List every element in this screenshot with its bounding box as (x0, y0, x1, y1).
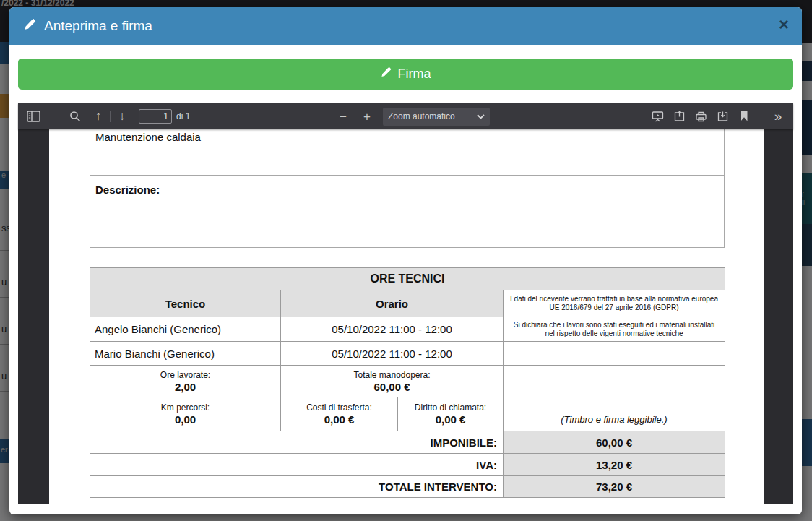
total-row-label: TOTALE INTERVENTO: (90, 476, 504, 498)
screen: /2022 - 31/12/2022 e ss u u u er f ll An… (0, 0, 812, 521)
costi-trasferta-cell: Costi di trasferta: 0,00 € (281, 397, 398, 431)
modal-title: Anteprima e firma (44, 18, 152, 34)
page-number-input[interactable] (139, 109, 172, 124)
print-icon[interactable] (691, 107, 710, 126)
current-view-bookmark-icon[interactable] (735, 107, 753, 126)
pdf-viewer: ↑ ↓ di 1 − + (18, 103, 793, 504)
technician-name: Mario Bianchi (Generico) (90, 342, 281, 366)
work-title-box: Manutenzione caldaia (90, 129, 725, 176)
modal-header: Anteprima e firma × (9, 7, 802, 45)
sidebar-toggle-icon[interactable] (24, 107, 43, 126)
technician-name: Angelo Bianchi (Generico) (90, 317, 281, 342)
work-title: Manutenzione caldaia (95, 131, 201, 143)
page-count-label: di 1 (176, 111, 190, 121)
zoom-level-value: Zoom automatico (388, 111, 455, 121)
pdf-toolbar: ↑ ↓ di 1 − + (18, 103, 793, 129)
total-row-label: IVA: (90, 454, 504, 476)
modal-body: Firma (9, 45, 802, 504)
pencil-icon (381, 66, 392, 82)
pdf-document-area[interactable]: Manutenzione caldaia Descrizione: ORE TE… (18, 129, 793, 504)
km-percorsi-cell: Km percorsi: 0,00 (90, 397, 281, 431)
column-header-tecnico: Tecnico (90, 290, 281, 317)
pdf-page: Manutenzione caldaia Descrizione: ORE TE… (49, 129, 764, 504)
description-box: Descrizione: (90, 175, 725, 248)
zoom-out-icon[interactable]: − (334, 107, 353, 126)
close-icon[interactable]: × (779, 16, 789, 33)
description-label: Descrizione: (95, 184, 160, 196)
declaration-note: Si dichiara che i lavori sono stati eseg… (504, 317, 725, 342)
chevron-down-icon (477, 114, 485, 119)
more-tools-icon[interactable]: » (769, 107, 787, 126)
totale-manodopera-cell: Totale manodopera: 60,00 € (281, 366, 504, 397)
stamp-signature-cell: (Timbro e firma leggibile.) (504, 366, 725, 431)
total-row-value: 73,20 € (504, 476, 725, 498)
zoom-level-select[interactable]: Zoom automatico (383, 108, 490, 126)
presentation-mode-icon[interactable] (648, 107, 667, 126)
preview-sign-modal: Anteprima e firma × Firma (9, 7, 802, 514)
total-row-label: IMPONIBILE: (90, 431, 504, 454)
page-down-icon[interactable]: ↓ (113, 107, 131, 126)
open-file-icon[interactable] (670, 107, 688, 126)
total-row-value: 13,20 € (504, 454, 725, 476)
pencil-icon (24, 19, 36, 34)
gdpr-note: I dati del ricevente verrano trattati in… (504, 290, 725, 317)
technician-time: 05/10/2022 11:00 - 12:00 (281, 317, 504, 342)
search-icon[interactable] (66, 107, 85, 126)
zoom-in-icon[interactable]: + (358, 107, 376, 126)
sign-button[interactable]: Firma (18, 59, 793, 90)
ore-lavorate-cell: Ore lavorate: 2,00 (90, 366, 281, 397)
ore-tecnici-table: ORE TECNICI Tecnico Orario I dati del ri… (90, 267, 725, 498)
download-icon[interactable] (713, 107, 732, 126)
diritto-chiamata-cell: Diritto di chiamata: 0,00 € (398, 397, 504, 431)
total-row-value: 60,00 € (504, 431, 725, 454)
column-header-orario: Orario (281, 290, 504, 317)
table-title: ORE TECNICI (90, 268, 725, 290)
page-up-icon[interactable]: ↑ (89, 107, 108, 126)
technician-time: 05/10/2022 11:00 - 12:00 (281, 342, 504, 366)
empty-cell (504, 342, 725, 366)
sign-button-label: Firma (398, 66, 431, 82)
